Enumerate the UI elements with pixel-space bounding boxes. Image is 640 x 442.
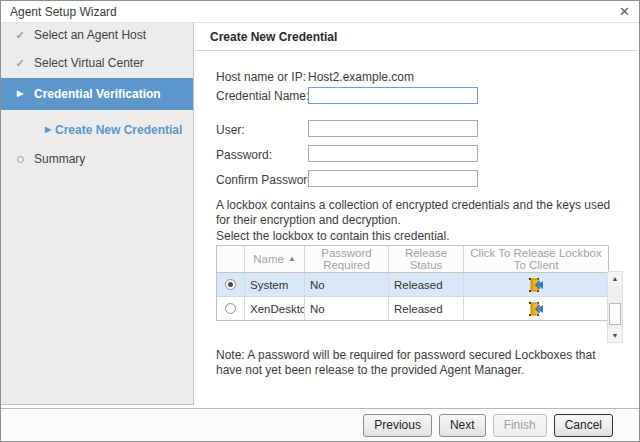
close-icon[interactable]: ✕ <box>619 5 630 18</box>
radio-cell <box>217 273 245 296</box>
cell-release-status: Released <box>389 297 464 320</box>
cell-release-status: Released <box>389 273 464 296</box>
lockbox-release-icon <box>528 301 544 317</box>
lockbox-table-header: Name ▲ Password Required Release Status … <box>217 246 608 273</box>
wizard-steps-sidebar: ✓ Select an Agent Host ✓ Select Virtual … <box>1 23 194 405</box>
user-label: User: <box>216 123 245 137</box>
cancel-button[interactable]: Cancel <box>554 414 613 437</box>
password-label: Password: <box>216 148 272 162</box>
release-lockbox-cell[interactable] <box>464 297 608 320</box>
sidebar-item-create-new-credential[interactable]: ▶ Create New Credential <box>1 120 193 140</box>
cell-password-required: No <box>305 273 389 296</box>
window-title: Agent Setup Wizard <box>10 5 117 19</box>
sidebar-item-label: Create New Credential <box>55 123 182 137</box>
sidebar-item-label: Select Virtual Center <box>34 56 144 70</box>
cell-name: XenDesktop <box>245 297 305 320</box>
scroll-down-icon[interactable]: ▼ <box>608 329 622 342</box>
table-vertical-scrollbar[interactable]: ▲ ▼ <box>607 271 623 343</box>
user-input[interactable] <box>308 120 478 137</box>
arrow-right-icon: ▶ <box>11 90 29 98</box>
page-title: Create New Credential <box>210 30 337 44</box>
password-input[interactable] <box>308 145 478 162</box>
password-note: Note: A password will be required for pa… <box>216 348 614 378</box>
scrollbar-thumb[interactable] <box>609 303 621 325</box>
lockbox-select-instruction: Select the lockbox to contain this crede… <box>216 229 614 244</box>
checkmark-icon: ✓ <box>11 29 29 42</box>
agent-setup-wizard-window: Agent Setup Wizard ✕ ✓ Select an Agent H… <box>0 0 640 442</box>
table-row-system[interactable]: System No Released <box>217 273 608 297</box>
panel-header: Create New Credential <box>195 23 638 51</box>
cell-name: System <box>245 273 305 296</box>
checkmark-icon: ✓ <box>11 57 29 70</box>
scroll-up-icon[interactable]: ▲ <box>608 272 622 285</box>
column-header-name[interactable]: Name ▲ <box>245 246 305 272</box>
lockbox-description: A lockbox contains a collection of encry… <box>216 198 614 228</box>
table-row-xendesktop[interactable]: XenDesktop No Released <box>217 297 608 320</box>
host-name-value: Host2.example.com <box>308 70 414 84</box>
next-button[interactable]: Next <box>439 414 486 437</box>
confirm-password-label: Confirm Password: <box>216 173 317 187</box>
radio-cell <box>217 297 245 320</box>
sidebar-item-select-virtual-center[interactable]: ✓ Select Virtual Center <box>1 53 193 73</box>
sidebar-item-summary[interactable]: Summary <box>1 149 193 169</box>
wizard-button-bar: Previous Next Finish Cancel <box>1 408 639 441</box>
lockbox-table: Name ▲ Password Required Release Status … <box>216 245 609 321</box>
previous-button[interactable]: Previous <box>363 414 432 437</box>
column-header-click-to-release[interactable]: Click To Release Lockbox To Client <box>464 246 608 272</box>
column-header-release-status[interactable]: Release Status <box>389 246 464 272</box>
release-lockbox-cell[interactable] <box>464 273 608 296</box>
host-name-label: Host name or IP: <box>216 70 306 84</box>
sidebar-item-label: Summary <box>34 152 85 166</box>
lockbox-radio-unselected[interactable] <box>225 303 236 314</box>
lockbox-radio-selected[interactable] <box>225 279 236 290</box>
column-header-select <box>217 246 245 272</box>
credential-name-label: Credential Name: <box>216 89 309 103</box>
pending-circle-icon <box>11 152 29 166</box>
titlebar: Agent Setup Wizard ✕ <box>1 1 639 23</box>
confirm-password-input[interactable] <box>308 170 478 187</box>
sidebar-item-credential-verification[interactable]: ▶ Credential Verification <box>1 78 193 110</box>
sidebar-item-label: Select an Agent Host <box>34 28 146 42</box>
column-header-password-required[interactable]: Password Required <box>305 246 389 272</box>
sidebar-item-select-agent-host[interactable]: ✓ Select an Agent Host <box>1 25 193 45</box>
sidebar-item-label: Credential Verification <box>34 87 161 101</box>
lockbox-release-icon <box>528 277 544 293</box>
finish-button: Finish <box>493 414 547 437</box>
credential-name-input[interactable] <box>308 87 478 104</box>
cell-password-required: No <box>305 297 389 320</box>
sort-ascending-icon: ▲ <box>288 253 296 265</box>
